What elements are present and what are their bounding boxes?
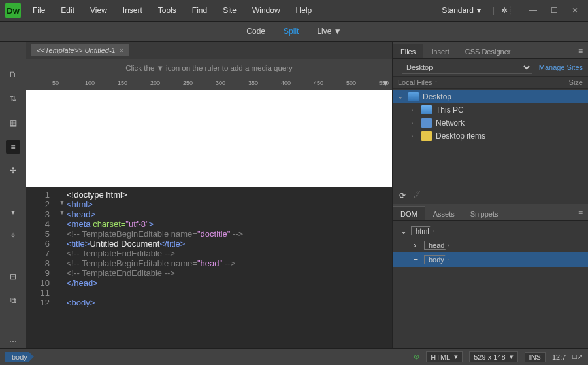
code-line[interactable]: 9<!-- TemplateEndEditable --> xyxy=(26,268,392,278)
manage-sites-link[interactable]: Manage Sites xyxy=(539,63,583,71)
chevron-down-icon[interactable]: ▼ xyxy=(334,27,342,36)
more-icon[interactable]: ⋯ xyxy=(6,334,20,348)
tab-dom[interactable]: DOM xyxy=(393,206,425,220)
workspace-switcher[interactable]: Standard▾ xyxy=(436,4,486,17)
code-line[interactable]: 8<!-- TemplateBeginEditable name="head" … xyxy=(26,258,392,268)
breadcrumb-body[interactable]: body xyxy=(5,352,34,362)
dom-panel-tabs: DOMAssetsSnippets≡ xyxy=(393,204,588,221)
code-line[interactable]: 6<title>Untitled Document</title> xyxy=(26,239,392,249)
tree-item[interactable]: ›Network xyxy=(393,116,588,130)
tree-item[interactable]: ›This PC xyxy=(393,103,588,116)
file-management-icon[interactable]: 🗋 xyxy=(6,68,20,82)
ruler-tick: 300 xyxy=(216,80,225,86)
files-site-selector: Desktop Manage Sites xyxy=(393,59,588,76)
status-language[interactable]: HTML▾ xyxy=(426,351,463,362)
code-line[interactable]: 12<body> xyxy=(26,298,392,307)
menu-insert[interactable]: Insert xyxy=(116,3,149,18)
minimize-button[interactable]: — xyxy=(525,4,541,17)
apply-comment-icon[interactable]: ▾ xyxy=(6,205,20,218)
ruler-tick: 350 xyxy=(248,80,258,86)
menu-tools[interactable]: Tools xyxy=(152,3,183,18)
tree-item[interactable]: ›Desktop items xyxy=(393,130,588,143)
document-tab-bar: <<Template>> Untitled-1 × xyxy=(26,42,392,59)
ruler-tick: 500 xyxy=(346,80,356,86)
view-code[interactable]: Code xyxy=(238,24,273,39)
divider: | xyxy=(493,6,495,15)
ruler-tick: 400 xyxy=(281,80,291,86)
menu-window[interactable]: Window xyxy=(246,3,287,18)
dom-node[interactable]: ›head xyxy=(393,238,588,252)
refresh-icon[interactable]: ⟳ xyxy=(399,191,406,200)
status-preview-icon[interactable]: □↗ xyxy=(572,353,583,361)
ruler-tick: 450 xyxy=(314,80,323,86)
code-line[interactable]: 5<!-- TemplateBeginEditable name="doctit… xyxy=(26,229,392,239)
site-dropdown[interactable]: Desktop xyxy=(402,61,532,74)
document-tab[interactable]: <<Template>> Untitled-1 × xyxy=(31,44,129,56)
menu-view[interactable]: View xyxy=(84,3,114,18)
left-toolbar: 🗋 ⇅ ▦ ≡ ✢ ▾ ✧ ⊟ ⧉ ⋯ xyxy=(0,42,26,348)
view-switcher: Code Split Live ▼ xyxy=(0,21,588,42)
code-line[interactable]: 4<meta charset="utf-8"> xyxy=(26,219,392,229)
view-live[interactable]: Live ▼ xyxy=(309,24,349,39)
statusbar: body ⊘ HTML▾ 529 x 148▾ INS 12:7 □↗ xyxy=(0,348,588,365)
panel-menu-icon[interactable]: ≡ xyxy=(573,206,588,220)
menubar: FileEditViewInsertToolsFindSiteWindowHel… xyxy=(26,3,318,18)
menu-site[interactable]: Site xyxy=(216,3,243,18)
collect-icon[interactable]: ☄ xyxy=(414,191,421,200)
tab-css-designer[interactable]: CSS Designer xyxy=(457,44,519,58)
format-source-icon[interactable]: ≡ xyxy=(6,140,20,154)
menu-find[interactable]: Find xyxy=(186,3,214,18)
files-tree: ⌄Desktop›This PC›Network›Desktop items xyxy=(393,89,588,144)
status-insert-mode[interactable]: INS xyxy=(525,352,546,362)
tab-snippets[interactable]: Snippets xyxy=(463,207,506,220)
ruler-tick: 100 xyxy=(85,80,95,86)
code-line[interactable]: 1<!doctype html> xyxy=(26,190,392,200)
tab-assets[interactable]: Assets xyxy=(425,207,463,220)
wand-icon[interactable]: ✧ xyxy=(6,229,20,243)
status-cursor-pos: 12:7 xyxy=(552,353,566,361)
app-logo: Dw xyxy=(5,3,21,18)
expand-all-icon[interactable]: ⇅ xyxy=(6,92,20,106)
close-button[interactable]: ✕ xyxy=(567,4,583,17)
document-tab-label: <<Template>> Untitled-1 xyxy=(37,46,116,54)
menu-help[interactable]: Help xyxy=(289,3,319,18)
sync-settings-icon[interactable]: ✲┊ xyxy=(501,6,512,15)
media-query-hint: Click the ▼ icon on the ruler to add a m… xyxy=(26,59,392,77)
menu-edit[interactable]: Edit xyxy=(54,3,81,18)
ruler-tick: 50 xyxy=(52,80,59,86)
target-icon[interactable]: ✢ xyxy=(6,164,20,178)
view-split[interactable]: Split xyxy=(276,24,306,39)
right-panels: FilesInsertCSS Designer≡ Desktop Manage … xyxy=(392,42,588,348)
ruler[interactable]: ▼ 50100150200250300350400450500550 xyxy=(26,77,392,90)
collapse-icon[interactable]: ⊟ xyxy=(6,269,20,283)
tab-insert[interactable]: Insert xyxy=(423,44,457,58)
tab-files[interactable]: Files xyxy=(393,44,423,58)
files-panel-tabs: FilesInsertCSS Designer≡ xyxy=(393,42,588,59)
code-line[interactable]: 3▼<head> xyxy=(26,209,392,219)
ruler-tick: 150 xyxy=(118,80,127,86)
col-local[interactable]: Local Files ↑ xyxy=(398,78,569,86)
menu-file[interactable]: File xyxy=(26,3,52,18)
tree-item[interactable]: ⌄Desktop xyxy=(393,90,588,103)
show-set-icon[interactable]: ▦ xyxy=(6,116,20,130)
document-area: <<Template>> Untitled-1 × Click the ▼ ic… xyxy=(26,42,392,348)
dom-toolbar: ⟳ ☄ xyxy=(393,187,588,204)
status-dimensions[interactable]: 529 x 148▾ xyxy=(469,351,517,362)
panel-menu-icon[interactable]: ≡ xyxy=(573,44,588,58)
ruler-tick: 550 xyxy=(379,80,389,86)
maximize-button[interactable]: ☐ xyxy=(546,4,562,17)
inspect-icon[interactable]: ⧉ xyxy=(6,294,20,307)
status-ok-icon: ⊘ xyxy=(414,353,419,361)
code-line[interactable]: 11 xyxy=(26,288,392,298)
ruler-tick: 200 xyxy=(150,80,160,86)
code-line[interactable]: 2▼<html> xyxy=(26,200,392,209)
col-size[interactable]: Size xyxy=(569,78,583,86)
code-line[interactable]: 10</head> xyxy=(26,278,392,288)
files-columns: Local Files ↑ Size xyxy=(393,76,588,89)
dom-node[interactable]: +body xyxy=(393,252,588,267)
live-canvas[interactable] xyxy=(26,90,392,187)
code-editor[interactable]: 1<!doctype html>2▼<html>3▼<head>4<meta c… xyxy=(26,187,392,348)
code-line[interactable]: 7<!-- TemplateEndEditable --> xyxy=(26,249,392,258)
dom-node[interactable]: ⌄html xyxy=(393,224,588,238)
close-icon[interactable]: × xyxy=(120,46,123,54)
